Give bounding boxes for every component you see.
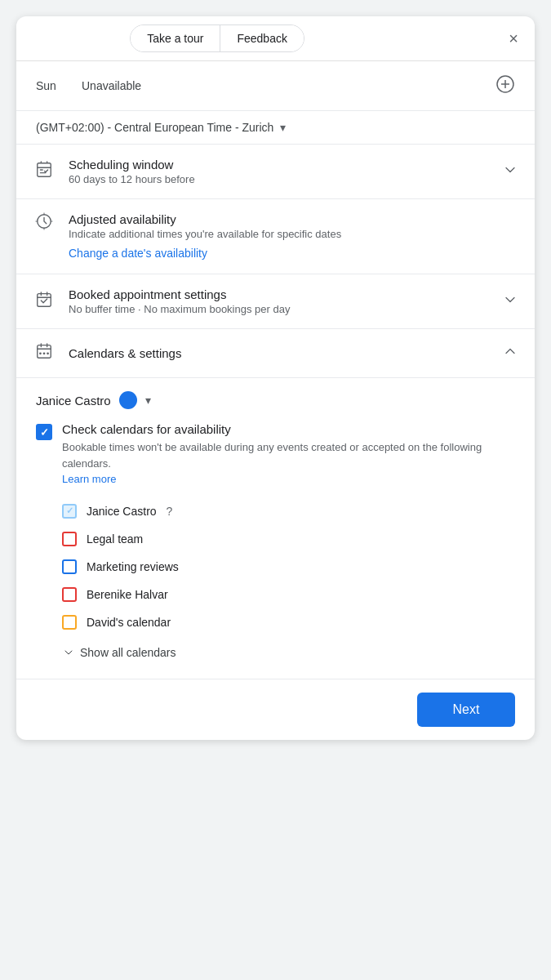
calendars-settings-section: Calendars & settings Janice Castro ▾ bbox=[16, 329, 535, 679]
check-calendars-title: Check calendars for availability bbox=[62, 422, 515, 436]
change-date-availability-link[interactable]: Change a date's availability bbox=[69, 247, 207, 260]
calendars-header-row[interactable]: Calendars & settings bbox=[16, 329, 535, 378]
svg-point-7 bbox=[39, 352, 42, 354]
show-all-calendars-row[interactable]: Show all calendars bbox=[36, 636, 515, 662]
scheduling-window-content: Scheduling window 60 days to 12 hours be… bbox=[69, 158, 489, 185]
scheduling-window-row[interactable]: Scheduling window 60 days to 12 hours be… bbox=[16, 145, 535, 199]
calendars-settings-title: Calendars & settings bbox=[69, 346, 489, 360]
timezone-row[interactable]: (GMT+02:00) - Central European Time - Zu… bbox=[16, 111, 535, 145]
calendar-checkbox-berenike[interactable] bbox=[62, 587, 77, 602]
booked-appointment-content: Booked appointment settings No buffer ti… bbox=[69, 287, 489, 315]
calendar-body: Janice Castro ▾ Check calendars for avai… bbox=[16, 378, 535, 679]
adjusted-availability-icon bbox=[33, 212, 56, 234]
svg-rect-5 bbox=[38, 345, 51, 359]
calendar-name-janice: Janice Castro bbox=[87, 505, 157, 518]
calendar-item-janice: Janice Castro ? bbox=[62, 497, 515, 525]
calendar-item-david: David's calendar bbox=[62, 608, 515, 636]
adjusted-availability-row: Adjusted availability Indicate additiona… bbox=[16, 199, 535, 274]
check-calendars-desc: Bookable times won't be available during… bbox=[62, 439, 515, 488]
calendar-item-berenike: Berenike Halvar bbox=[62, 581, 515, 608]
calendar-checkbox-marketing[interactable] bbox=[62, 559, 77, 574]
scheduling-window-subtitle: 60 days to 12 hours before bbox=[69, 173, 489, 185]
timezone-chevron-icon: ▾ bbox=[280, 121, 286, 134]
check-calendars-row: Check calendars for availability Bookabl… bbox=[36, 422, 515, 488]
check-calendars-checkbox[interactable] bbox=[36, 424, 52, 440]
next-button[interactable]: Next bbox=[417, 693, 515, 727]
calendar-question-icon-janice[interactable]: ? bbox=[167, 505, 173, 518]
learn-more-link[interactable]: Learn more bbox=[62, 473, 116, 485]
calendar-name-berenike: Berenike Halvar bbox=[87, 588, 168, 601]
bottom-bar: Next bbox=[16, 679, 535, 740]
booked-appointment-row[interactable]: Booked appointment settings No buffer ti… bbox=[16, 274, 535, 329]
calendars-settings-chevron-up-icon bbox=[502, 343, 518, 363]
add-circle-icon bbox=[495, 74, 515, 94]
check-calendars-desc-text: Bookable times won't be available during… bbox=[62, 441, 482, 470]
day-row: Sun Unavailable bbox=[16, 61, 535, 111]
user-name-label: Janice Castro bbox=[36, 394, 111, 408]
calendar-list: Janice Castro ? Legal team Marketing rev… bbox=[62, 497, 515, 636]
calendar-checkbox-legal[interactable] bbox=[62, 532, 77, 546]
scheduling-window-title: Scheduling window bbox=[69, 158, 489, 172]
close-button[interactable]: × bbox=[505, 27, 522, 50]
tab-group: Take a tour Feedback bbox=[130, 24, 304, 52]
calendar-name-legal: Legal team bbox=[87, 532, 143, 546]
scheduling-window-chevron-icon bbox=[502, 162, 518, 182]
calendar-name-david: David's calendar bbox=[87, 616, 171, 629]
content-area: Sun Unavailable (GMT+02:00) - Central Eu… bbox=[16, 61, 535, 679]
check-calendars-content: Check calendars for availability Bookabl… bbox=[62, 422, 515, 488]
user-row: Janice Castro ▾ bbox=[36, 391, 515, 409]
adjusted-availability-content: Adjusted availability Indicate additiona… bbox=[69, 212, 518, 261]
booked-appointment-subtitle: No buffer time · No maximum bookings per… bbox=[69, 303, 489, 315]
tab-take-tour[interactable]: Take a tour bbox=[131, 25, 220, 51]
svg-point-8 bbox=[47, 352, 49, 354]
booked-appointment-title: Booked appointment settings bbox=[69, 287, 489, 301]
tab-feedback[interactable]: Feedback bbox=[220, 25, 303, 51]
show-all-label: Show all calendars bbox=[80, 646, 176, 659]
calendars-settings-title-content: Calendars & settings bbox=[69, 346, 489, 360]
adjusted-availability-subtitle: Indicate additional times you're availab… bbox=[69, 228, 518, 240]
calendar-checkbox-david[interactable] bbox=[62, 615, 77, 630]
user-dropdown-icon[interactable]: ▾ bbox=[145, 394, 151, 407]
booked-appointment-chevron-icon bbox=[502, 292, 518, 312]
show-all-chevron-icon bbox=[62, 646, 75, 659]
booked-appointment-icon bbox=[33, 291, 56, 313]
main-card: Take a tour Feedback × Sun Unavailable (… bbox=[16, 16, 535, 740]
calendar-item-marketing: Marketing reviews bbox=[62, 553, 515, 581]
calendar-item-legal: Legal team bbox=[62, 525, 515, 553]
calendar-checkbox-janice[interactable] bbox=[62, 504, 77, 519]
svg-point-6 bbox=[43, 352, 46, 354]
scheduling-window-icon bbox=[33, 161, 56, 183]
timezone-text: (GMT+02:00) - Central European Time - Zu… bbox=[36, 121, 273, 134]
top-bar: Take a tour Feedback × bbox=[16, 16, 535, 61]
calendar-name-marketing: Marketing reviews bbox=[87, 560, 179, 573]
calendars-icon bbox=[33, 342, 56, 364]
adjusted-availability-title: Adjusted availability bbox=[69, 212, 518, 226]
add-time-button[interactable] bbox=[495, 74, 515, 97]
user-color-dot bbox=[119, 391, 137, 409]
day-label: Sun bbox=[36, 79, 69, 92]
unavailable-status: Unavailable bbox=[82, 79, 482, 92]
svg-rect-4 bbox=[38, 293, 51, 306]
